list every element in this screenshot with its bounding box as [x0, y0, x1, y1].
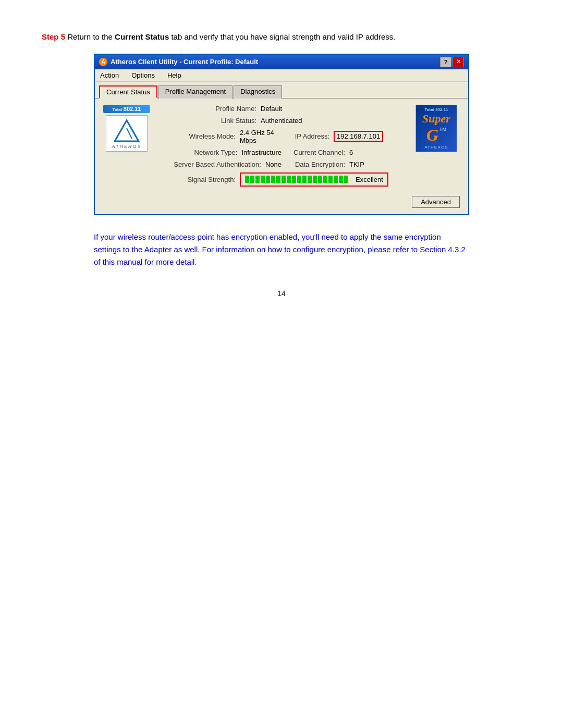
bottom-row: Advanced: [103, 192, 460, 208]
right-logo: Total 802.11 Super G TM ATHEROS: [413, 105, 460, 192]
signal-bar-7: [276, 176, 280, 183]
intro-text-before-bold: Return to the: [67, 32, 115, 41]
label-data-encryption: Data Encryption:: [282, 161, 349, 168]
signal-strength-indicator: Excellent: [240, 172, 388, 187]
intro-bold-text: Current Status: [115, 32, 169, 41]
dual-row-wireless-ip: Wireless Mode: 2.4 GHz 54 Mbps IP Addres…: [156, 129, 407, 144]
title-icon: A: [99, 58, 107, 66]
note-paragraph: If your wireless router/access point has…: [94, 231, 469, 268]
svg-line-1: [127, 128, 132, 139]
value-link-status: Authenticated: [261, 117, 302, 125]
atheros-logo-box: ATHEROS: [106, 115, 148, 152]
signal-bar-12: [302, 176, 307, 183]
atheros-logo-svg: [114, 118, 140, 144]
label-server-auth: Server Based Authentication:: [156, 161, 265, 168]
value-wireless-mode: 2.4 GHz 54 Mbps: [240, 129, 282, 144]
dual-row-auth-encryption: Server Based Authentication: None Data E…: [156, 161, 407, 168]
value-ip-address: 192.168.7.101: [334, 131, 383, 142]
label-network-type: Network Type:: [156, 149, 241, 156]
label-link-status: Link Status:: [156, 117, 261, 125]
titlebar-buttons: ? ✕: [440, 57, 464, 67]
titlebar-left: A Atheros Client Utility - Current Profi…: [99, 58, 258, 66]
menu-bar: Action Options Help: [95, 69, 468, 82]
svg-marker-0: [115, 120, 139, 141]
info-row-profile-name: Profile Name: Default: [156, 105, 407, 113]
signal-bar-3: [255, 176, 260, 183]
tab-current-status[interactable]: Current Status: [99, 85, 157, 98]
label-current-channel: Current Channel:: [282, 149, 349, 156]
signal-bar-2: [250, 176, 254, 183]
right-current-channel: Current Channel: 6: [282, 149, 353, 156]
content-inner: Total 802.11 ATHEROS Profile Name: Defau…: [103, 105, 460, 192]
signal-bar-1: [245, 176, 249, 183]
main-info: Profile Name: Default Link Status: Authe…: [156, 105, 407, 192]
info-row-link-status: Link Status: Authenticated: [156, 117, 407, 125]
menu-options[interactable]: Options: [129, 71, 157, 80]
signal-bar-20: [344, 176, 348, 183]
label-signal-strength: Signal Strength:: [156, 176, 240, 183]
value-profile-name: Default: [261, 105, 282, 113]
signal-bar-18: [334, 176, 338, 183]
signal-bar-10: [292, 176, 296, 183]
label-ip-address: IP Address:: [282, 132, 334, 140]
left-logo: Total 802.11 ATHEROS: [103, 105, 150, 192]
tab-bar: Current Status Profile Management Diagno…: [95, 82, 468, 98]
dialog-window: A Atheros Client Utility - Current Profi…: [94, 54, 469, 215]
intro-paragraph: Step 5 Return to the Current Status tab …: [42, 31, 521, 43]
left-network-type: Network Type: Infrastructure: [156, 149, 282, 156]
dialog-titlebar: A Atheros Client Utility - Current Profi…: [95, 55, 468, 69]
page-number: 14: [42, 289, 521, 298]
dialog-content: Total 802.11 ATHEROS Profile Name: Defau…: [95, 98, 468, 214]
signal-bar-13: [308, 176, 312, 183]
signal-bar-16: [323, 176, 327, 183]
left-wireless-mode: Wireless Mode: 2.4 GHz 54 Mbps: [156, 129, 282, 144]
value-server-auth: None: [265, 161, 282, 168]
label-profile-name: Profile Name:: [156, 105, 261, 113]
left-server-auth: Server Based Authentication: None: [156, 161, 282, 168]
signal-bar-19: [339, 176, 343, 183]
value-network-type: Infrastructure: [241, 149, 282, 156]
signal-bar-9: [287, 176, 291, 183]
step-label: Step 5: [42, 32, 65, 41]
signal-bar-6: [271, 176, 275, 183]
signal-bar-14: [313, 176, 317, 183]
menu-action[interactable]: Action: [98, 71, 121, 80]
help-button[interactable]: ?: [440, 57, 451, 67]
signal-bar-4: [261, 176, 265, 183]
tab-diagnostics[interactable]: Diagnostics: [234, 85, 282, 98]
tab-profile-management[interactable]: Profile Management: [158, 85, 232, 98]
advanced-button[interactable]: Advanced: [412, 196, 460, 208]
signal-bar-8: [282, 176, 286, 183]
value-data-encryption: TKIP: [349, 161, 364, 168]
total80211-badge-left: Total 802.11: [103, 105, 150, 113]
signal-bar-17: [328, 176, 333, 183]
menu-help[interactable]: Help: [165, 71, 183, 80]
signal-row: Signal Strength:: [156, 172, 407, 187]
signal-bar-11: [297, 176, 301, 183]
close-button[interactable]: ✕: [452, 57, 464, 67]
super-g-badge: Total 802.11 Super G TM ATHEROS: [415, 105, 457, 152]
signal-bars: [245, 176, 348, 183]
value-current-channel: 6: [349, 149, 353, 156]
right-ip-address: IP Address: 192.168.7.101: [282, 131, 383, 142]
right-data-encryption: Data Encryption: TKIP: [282, 161, 364, 168]
signal-bar-15: [318, 176, 322, 183]
signal-bar-5: [266, 176, 270, 183]
label-wireless-mode: Wireless Mode:: [156, 132, 240, 140]
signal-quality-text: Excellent: [356, 176, 383, 183]
dual-row-network-channel: Network Type: Infrastructure Current Cha…: [156, 149, 407, 156]
dialog-title: Atheros Client Utility - Current Profile…: [111, 58, 258, 66]
intro-text-after-bold: tab and verify that you have signal stre…: [169, 32, 395, 41]
